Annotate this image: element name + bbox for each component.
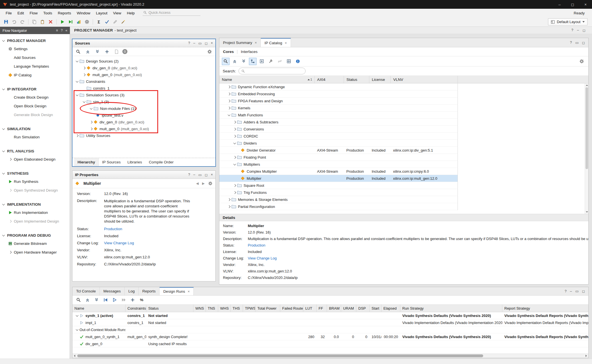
gear-icon[interactable] xyxy=(578,58,586,65)
tab-tcl-console[interactable]: Tcl Console xyxy=(72,287,100,295)
maximize-icon[interactable]: ◻ xyxy=(583,28,586,32)
menu-icon[interactable]: ≡ xyxy=(56,28,58,32)
minimize-icon[interactable]: ‒ xyxy=(570,289,572,293)
column-header[interactable]: TPWS xyxy=(243,305,255,312)
chevron-right-icon[interactable] xyxy=(89,121,94,123)
tab-log[interactable]: Log xyxy=(125,287,139,295)
column-header-name[interactable]: Name 1 xyxy=(219,76,315,83)
column-header[interactable]: WNS xyxy=(193,305,206,312)
help-icon[interactable]: ? xyxy=(61,28,63,32)
catalog-row[interactable]: Conversions xyxy=(219,126,458,133)
menu-reports[interactable]: Reports xyxy=(55,11,74,15)
copy-button[interactable] xyxy=(30,18,38,26)
sidebar-item-open-synthesized-design[interactable]: Open Synthesized Design xyxy=(0,186,70,195)
menu-window[interactable]: Window xyxy=(74,11,93,15)
catalog-row-dividers[interactable]: Dividers xyxy=(219,140,458,147)
create-run-button[interactable] xyxy=(129,296,136,304)
help-icon[interactable]: ? xyxy=(571,28,573,32)
sidebar-item-open-elaborated-design[interactable]: Open Elaborated Design xyxy=(0,155,70,164)
chevron-down-icon[interactable] xyxy=(75,94,79,96)
tab-ip-sources[interactable]: IP Sources xyxy=(99,158,124,166)
tab-hierarchy[interactable]: Hierarchy xyxy=(74,158,99,166)
column-header[interactable]: DSP xyxy=(356,305,370,312)
run-row-mult-gen-synth[interactable]: mult_gen_0_synth_1 mult_gen_0 synth_desi… xyxy=(72,333,588,340)
redo-button[interactable] xyxy=(19,18,26,26)
launch-run-button[interactable] xyxy=(111,296,118,304)
minimize-icon[interactable]: ‒ xyxy=(193,173,195,177)
float-icon[interactable]: ▭ xyxy=(198,173,202,177)
column-header[interactable]: Constraints xyxy=(125,305,146,312)
chevron-right-icon[interactable] xyxy=(232,121,237,123)
column-header[interactable]: FF xyxy=(317,305,327,312)
chevron-right-icon[interactable] xyxy=(232,128,237,130)
chevron-right-icon[interactable] xyxy=(232,192,237,194)
tab-compile-order[interactable]: Compile Order xyxy=(145,158,177,166)
tab-reports[interactable]: Reports xyxy=(139,287,160,295)
link-icon[interactable] xyxy=(276,58,284,65)
column-header[interactable]: Run Strategy xyxy=(400,305,502,312)
sidebar-item-ip-catalog[interactable]: IP Catalog xyxy=(0,71,70,79)
chevron-right-icon[interactable] xyxy=(227,199,231,201)
chevron-down-icon[interactable] xyxy=(74,315,79,317)
search-button[interactable] xyxy=(75,296,82,304)
column-header[interactable]: URAM xyxy=(341,305,356,312)
catalog-row[interactable]: Memories & Storage Elements xyxy=(219,196,458,203)
add-sources-button[interactable] xyxy=(103,48,111,55)
customize-ip-button[interactable] xyxy=(267,58,275,65)
catalog-row-math-functions[interactable]: Math Functions xyxy=(219,112,458,119)
gear-icon[interactable] xyxy=(206,48,213,55)
subtab-cores[interactable]: Cores xyxy=(223,50,234,54)
help-icon[interactable]: ? xyxy=(565,289,567,293)
chevron-right-icon[interactable] xyxy=(227,100,231,102)
tab-libraries[interactable]: Libraries xyxy=(124,158,145,166)
scrollbar-thumb[interactable] xyxy=(586,87,588,169)
status-link[interactable]: Production xyxy=(248,243,265,247)
tree-row-constrs-1[interactable]: constrs_1 xyxy=(72,85,215,92)
chevron-right-icon[interactable] xyxy=(75,135,79,137)
flownav-section-header[interactable]: IP INTEGRATOR xyxy=(0,85,70,93)
chevron-right-icon[interactable] xyxy=(227,86,231,88)
restart-run-button[interactable] xyxy=(102,296,109,304)
help-icon[interactable]: ? xyxy=(188,173,190,177)
help-icon[interactable]: ? xyxy=(570,41,572,45)
maximize-icon[interactable]: ◻ xyxy=(205,173,207,177)
menu-file[interactable]: File xyxy=(3,11,15,15)
run-button[interactable] xyxy=(59,18,66,26)
search-input[interactable] xyxy=(238,68,306,74)
sidebar-item-run-implementation[interactable]: Run Implementation xyxy=(0,208,70,217)
tab-design-runs[interactable]: Design Runs × xyxy=(160,287,194,295)
vertical-scrollbar[interactable] xyxy=(585,83,588,214)
column-header[interactable]: Status xyxy=(146,305,193,312)
chevron-right-icon[interactable] xyxy=(232,156,237,158)
close-icon[interactable]: × xyxy=(187,289,190,294)
catalog-row[interactable]: Embedded Processing xyxy=(219,90,458,97)
column-header[interactable]: Name xyxy=(72,305,125,312)
column-header[interactable]: BRAM xyxy=(327,305,341,312)
scroll-up-icon[interactable] xyxy=(586,85,588,86)
float-icon[interactable]: ▭ xyxy=(198,41,202,45)
sidebar-item-open-block-design[interactable]: Open Block Design xyxy=(0,102,70,110)
sidebar-item-open-hardware-manager[interactable]: Open Hardware Manager xyxy=(0,248,70,257)
column-header[interactable]: Failed Routes xyxy=(280,305,303,312)
sidebar-item-open-implemented-design[interactable]: Open Implemented Design xyxy=(0,217,70,226)
minimize-icon[interactable]: ‒ xyxy=(577,28,579,32)
chevron-right-icon[interactable] xyxy=(232,185,237,187)
step-forward-button[interactable] xyxy=(120,296,127,304)
sidebar-item-create-block-design[interactable]: Create Block Design xyxy=(0,93,70,102)
tree-row-sim-1[interactable]: sim_1 (3) xyxy=(72,98,215,105)
catalog-row-complex-multiplier[interactable]: Complex Multiplier AXI4-Stream Productio… xyxy=(219,168,458,175)
minimize-window-button[interactable]: ‒ xyxy=(553,0,566,9)
close-window-button[interactable]: × xyxy=(579,0,592,9)
scrollbar-thumb[interactable] xyxy=(77,354,483,357)
chevron-down-icon[interactable] xyxy=(75,60,79,62)
tree-row-mult-gen[interactable]: mult_gen_0 (mult_gen_0.xci) xyxy=(72,71,215,78)
catalog-row[interactable]: Kernels xyxy=(219,105,458,112)
chevron-down-icon[interactable] xyxy=(89,108,94,110)
flownav-section-header[interactable]: RTL ANALYSIS xyxy=(0,147,70,155)
column-header-axi4[interactable]: AXI4 xyxy=(315,76,344,83)
change-log-link[interactable]: View Change Log xyxy=(104,241,134,245)
expand-all-button[interactable] xyxy=(93,296,100,304)
run-row-synth-1[interactable]: synth_1 (active) constrs_1 Not started V… xyxy=(72,312,588,319)
scroll-down-icon[interactable] xyxy=(586,211,588,213)
menu-edit[interactable]: Edit xyxy=(15,11,27,15)
